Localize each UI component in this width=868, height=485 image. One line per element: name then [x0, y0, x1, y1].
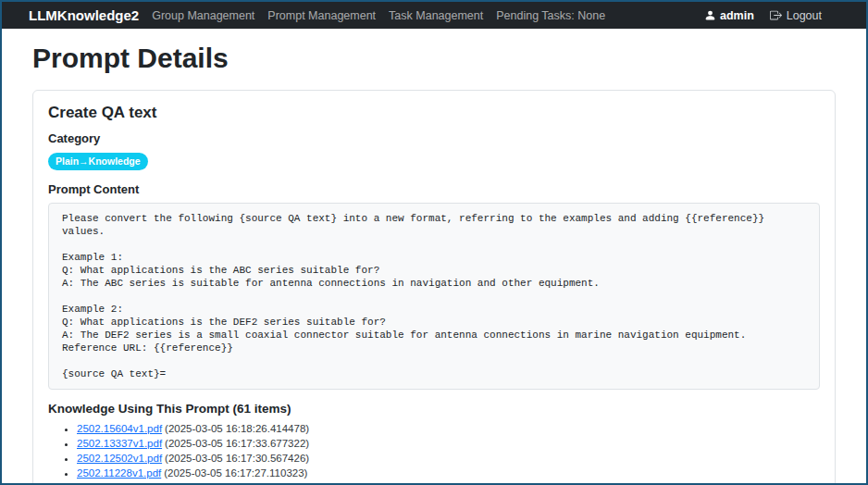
nav-item-group-management[interactable]: Group Management [152, 9, 254, 22]
brand-link[interactable]: LLMKnowledge2 [29, 7, 139, 23]
knowledge-list-item: 2502.12502v1.pdf(2025-03-05 16:17:30.567… [77, 453, 820, 464]
page-title: Prompt Details [32, 42, 836, 75]
nav-links: Group Management Prompt Management Task … [152, 9, 605, 22]
prompt-details-card: Create QA text Category Plain→Knowledge … [32, 90, 836, 485]
person-icon [704, 9, 716, 21]
knowledge-list-item: 2502.09896v1.pdf(2025-03-05 16:17:24.376… [77, 482, 820, 485]
category-label: Category [48, 131, 820, 145]
nav-item-task-management[interactable]: Task Management [389, 9, 483, 22]
knowledge-list-item: 2502.13337v1.pdf(2025-03-05 16:17:33.677… [77, 438, 820, 449]
prompt-title: Create QA text [48, 104, 820, 122]
knowledge-file-link[interactable]: 2502.09896v1.pdf [77, 482, 162, 485]
knowledge-timestamp: (2025-03-05 16:17:33.677322) [165, 438, 309, 449]
prompt-content-text: Please convert the following {source QA … [48, 203, 820, 390]
knowledge-timestamp: (2025-03-05 16:17:30.567426) [165, 453, 309, 464]
logout-label: Logout [787, 9, 822, 22]
knowledge-list-item: 2502.15604v1.pdf(2025-03-05 16:18:26.414… [77, 423, 820, 434]
navbar: LLMKnowledge2 Group Management Prompt Ma… [2, 2, 866, 29]
category-badge: Plain→Knowledge [48, 153, 148, 170]
navbar-right: admin Logout [704, 9, 822, 22]
nav-item-prompt-management[interactable]: Prompt Management [267, 9, 376, 22]
box-arrow-right-icon [770, 9, 782, 21]
knowledge-file-link[interactable]: 2502.13337v1.pdf [77, 438, 162, 449]
current-user-label: admin [720, 9, 754, 22]
knowledge-list-item: 2502.11228v1.pdf(2025-03-05 16:17:27.110… [77, 467, 820, 479]
knowledge-heading: Knowledge Using This Prompt (61 items) [48, 402, 820, 416]
knowledge-file-link[interactable]: 2502.12502v1.pdf [77, 453, 162, 464]
current-user: admin [704, 9, 754, 22]
knowledge-timestamp: (2025-03-05 16:17:27.110323) [164, 467, 307, 479]
nav-item-pending-tasks[interactable]: Pending Tasks: None [496, 9, 605, 22]
main-content: Prompt Details Create QA text Category P… [2, 42, 866, 485]
knowledge-file-link[interactable]: 2502.11228v1.pdf [77, 467, 161, 479]
knowledge-file-link[interactable]: 2502.15604v1.pdf [77, 423, 162, 434]
knowledge-timestamp: (2025-03-05 16:18:26.414478) [165, 423, 309, 434]
knowledge-list: 2502.15604v1.pdf(2025-03-05 16:18:26.414… [48, 423, 820, 485]
logout-button[interactable]: Logout [770, 9, 822, 22]
prompt-content-label: Prompt Content [48, 182, 820, 196]
knowledge-timestamp: (2025-03-05 16:17:24.376810) [165, 482, 309, 485]
